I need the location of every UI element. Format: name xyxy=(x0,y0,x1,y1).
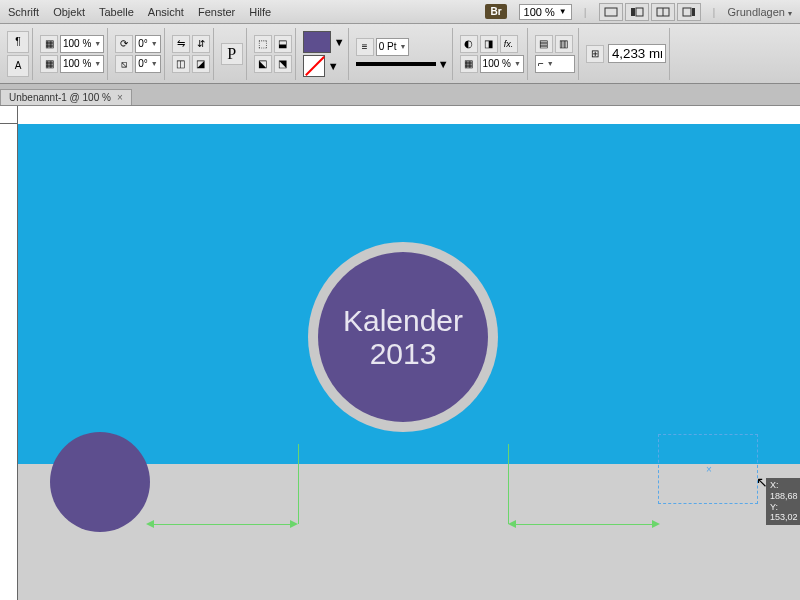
document-tab-bar: Unbenannt-1 @ 100 % × xyxy=(0,84,800,106)
menu-ansicht[interactable]: Ansicht xyxy=(148,6,184,18)
fx-icon[interactable]: fx. xyxy=(500,35,518,53)
document-tab-title: Unbenannt-1 @ 100 % xyxy=(9,92,111,103)
large-circle-object[interactable]: Kalender 2013 xyxy=(308,242,498,432)
angle-combo-2[interactable]: 0°▼ xyxy=(135,55,161,73)
bridge-button[interactable]: Br xyxy=(485,4,506,19)
svg-rect-6 xyxy=(692,8,695,16)
stroke-weight-combo[interactable]: 0 Pt▼ xyxy=(376,38,410,56)
menu-objekt[interactable]: Objekt xyxy=(53,6,85,18)
opacity-icon-2: ▦ xyxy=(40,55,58,73)
svg-rect-5 xyxy=(683,8,691,16)
cursor-coordinates: X: 188,68 Y: 153,02 xyxy=(766,478,800,525)
menu-hilfe[interactable]: Hilfe xyxy=(249,6,271,18)
menu-schrift[interactable]: Schrift xyxy=(8,6,39,18)
view-mode-3[interactable] xyxy=(651,3,675,21)
align-icon-4[interactable]: ⬔ xyxy=(274,55,292,73)
shear-icon: ⧅ xyxy=(115,55,133,73)
arrow-left-icon xyxy=(146,520,154,528)
stroke-style-preview[interactable] xyxy=(356,62,436,66)
opacity-combo-2[interactable]: 100 %▼ xyxy=(60,55,104,73)
canvas[interactable]: Kalender 2013 × ↖ X: 188,68 Y: 153,02 xyxy=(18,124,800,600)
control-toolbar: ¶ A ▦ 100 %▼ ▦ 100 %▼ ⟳ 0°▼ ⧅ 0°▼ ⇋ ⇵ ◫ … xyxy=(0,24,800,84)
opacity-icon: ▦ xyxy=(40,35,58,53)
ruler-vertical[interactable] xyxy=(0,124,18,600)
flip-h-icon[interactable]: ⇋ xyxy=(172,35,190,53)
svg-rect-0 xyxy=(605,8,617,16)
zoom-level-combo[interactable]: 100 %▼ xyxy=(519,4,572,20)
fill-color-swatch[interactable] xyxy=(303,31,331,53)
text-wrap-icon-1[interactable]: ▤ xyxy=(535,35,553,53)
view-mode-4[interactable] xyxy=(677,3,701,21)
ruler-origin[interactable] xyxy=(0,106,18,124)
chevron-down-icon: ▼ xyxy=(559,7,567,16)
arrow-right-icon xyxy=(652,520,660,528)
svg-rect-2 xyxy=(636,8,643,16)
chevron-down-icon[interactable]: ▼ xyxy=(438,58,449,70)
corner-radius-input[interactable] xyxy=(608,44,666,63)
title-text-line2: 2013 xyxy=(370,337,437,370)
anchor-icon: × xyxy=(706,464,712,475)
text-wrap-icon-2[interactable]: ▥ xyxy=(555,35,573,53)
align-icon-2[interactable]: ⬓ xyxy=(274,35,292,53)
chevron-down-icon: ▾ xyxy=(788,9,792,18)
smart-guide-measure xyxy=(152,524,296,525)
smart-guide xyxy=(508,444,509,524)
flip-v-icon[interactable]: ⇵ xyxy=(192,35,210,53)
transform-ref-icon[interactable]: ⊞ xyxy=(586,45,604,63)
smart-guide xyxy=(298,444,299,524)
select-content-icon[interactable]: ◪ xyxy=(192,55,210,73)
angle-combo-1[interactable]: 0°▼ xyxy=(135,35,161,53)
document-tab[interactable]: Unbenannt-1 @ 100 % × xyxy=(0,89,132,105)
tint-combo[interactable]: 100 %▼ xyxy=(480,55,524,73)
align-icon-3[interactable]: ⬕ xyxy=(254,55,272,73)
menu-tabelle[interactable]: Tabelle xyxy=(99,6,134,18)
drop-shadow-icon[interactable]: ◨ xyxy=(480,35,498,53)
align-icon-1[interactable]: ⬚ xyxy=(254,35,272,53)
char-format-button[interactable]: ¶ xyxy=(7,31,29,53)
small-purple-circle-object[interactable] xyxy=(50,432,150,532)
view-mode-2[interactable] xyxy=(625,3,649,21)
menu-fenster[interactable]: Fenster xyxy=(198,6,235,18)
rotate-icon: ⟳ xyxy=(115,35,133,53)
large-purple-circle: Kalender 2013 xyxy=(318,252,488,422)
select-container-icon[interactable]: ◫ xyxy=(172,55,190,73)
svg-rect-1 xyxy=(631,8,635,16)
effects-icon[interactable]: ◐ xyxy=(460,35,478,53)
arrow-right-icon xyxy=(290,520,298,528)
smart-guide-measure xyxy=(514,524,658,525)
stroke-weight-icon: ≡ xyxy=(356,38,374,56)
workspace-switcher[interactable]: Grundlagen ▾ xyxy=(727,6,792,18)
type-tool-icon[interactable]: P xyxy=(221,43,243,65)
corner-style-combo[interactable]: ⌐▼ xyxy=(535,55,575,73)
arrow-left-icon xyxy=(508,520,516,528)
zoom-value: 100 % xyxy=(524,6,555,18)
close-icon[interactable]: × xyxy=(117,92,123,103)
opacity-combo-1[interactable]: 100 %▼ xyxy=(60,35,104,53)
chevron-down-icon[interactable]: ▼ xyxy=(328,60,339,72)
menu-bar: Schrift Objekt Tabelle Ansicht Fenster H… xyxy=(0,0,800,24)
tint-icon: ▦ xyxy=(460,55,478,73)
stroke-color-swatch[interactable] xyxy=(303,55,325,77)
para-format-button[interactable]: A xyxy=(7,55,29,77)
chevron-down-icon[interactable]: ▼ xyxy=(334,36,345,48)
view-mode-1[interactable] xyxy=(599,3,623,21)
title-text-line1: Kalender xyxy=(343,304,463,337)
